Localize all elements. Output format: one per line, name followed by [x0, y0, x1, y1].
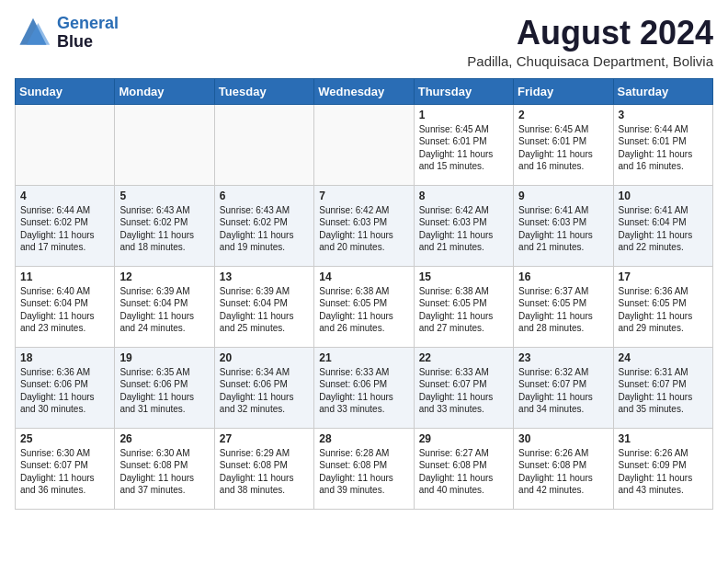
day-info: Sunrise: 6:36 AM Sunset: 6:05 PM Dayligh…	[619, 285, 708, 335]
month-year: August 2024	[467, 15, 713, 52]
day-number: 20	[220, 351, 309, 364]
logo: GeneralBlue	[15, 15, 119, 52]
day-info: Sunrise: 6:26 AM Sunset: 6:09 PM Dayligh…	[619, 447, 708, 497]
calendar-day-6: 6Sunrise: 6:43 AM Sunset: 6:02 PM Daylig…	[214, 185, 313, 266]
calendar-day-1: 1Sunrise: 6:45 AM Sunset: 6:01 PM Daylig…	[414, 104, 513, 185]
calendar-day-29: 29Sunrise: 6:27 AM Sunset: 6:08 PM Dayli…	[414, 428, 513, 509]
day-info: Sunrise: 6:38 AM Sunset: 6:05 PM Dayligh…	[419, 285, 508, 335]
calendar-day-18: 18Sunrise: 6:36 AM Sunset: 6:06 PM Dayli…	[16, 347, 115, 428]
day-number: 13	[220, 270, 309, 283]
calendar-empty	[314, 104, 414, 185]
location: Padilla, Chuquisaca Department, Bolivia	[467, 53, 713, 69]
day-number: 18	[20, 351, 109, 364]
day-info: Sunrise: 6:37 AM Sunset: 6:05 PM Dayligh…	[518, 285, 608, 335]
day-number: 22	[419, 351, 508, 364]
day-info: Sunrise: 6:32 AM Sunset: 6:07 PM Dayligh…	[518, 366, 608, 416]
calendar-empty	[16, 104, 115, 185]
day-info: Sunrise: 6:45 AM Sunset: 6:01 PM Dayligh…	[419, 123, 508, 173]
logo-text: GeneralBlue	[57, 15, 119, 52]
day-info: Sunrise: 6:35 AM Sunset: 6:06 PM Dayligh…	[119, 366, 209, 416]
calendar-day-8: 8Sunrise: 6:42 AM Sunset: 6:03 PM Daylig…	[414, 185, 513, 266]
calendar-table: SundayMondayTuesdayWednesdayThursdayFrid…	[15, 78, 713, 510]
day-number: 1	[419, 109, 508, 121]
day-number: 2	[518, 109, 608, 121]
day-info: Sunrise: 6:30 AM Sunset: 6:08 PM Dayligh…	[119, 447, 209, 497]
calendar-empty	[115, 104, 214, 185]
day-number: 15	[419, 270, 508, 283]
calendar-day-13: 13Sunrise: 6:39 AM Sunset: 6:04 PM Dayli…	[214, 266, 313, 347]
weekday-header-sunday: Sunday	[16, 78, 115, 104]
day-number: 16	[518, 270, 608, 283]
weekday-header-tuesday: Tuesday	[214, 78, 313, 104]
calendar-day-17: 17Sunrise: 6:36 AM Sunset: 6:05 PM Dayli…	[613, 266, 712, 347]
calendar-day-30: 30Sunrise: 6:26 AM Sunset: 6:08 PM Dayli…	[514, 428, 613, 509]
day-number: 4	[20, 190, 109, 202]
logo-icon	[15, 15, 51, 52]
day-info: Sunrise: 6:26 AM Sunset: 6:08 PM Dayligh…	[518, 447, 608, 497]
day-info: Sunrise: 6:31 AM Sunset: 6:07 PM Dayligh…	[619, 366, 708, 416]
calendar-day-20: 20Sunrise: 6:34 AM Sunset: 6:06 PM Dayli…	[214, 347, 313, 428]
calendar-day-2: 2Sunrise: 6:45 AM Sunset: 6:01 PM Daylig…	[514, 104, 613, 185]
calendar-day-26: 26Sunrise: 6:30 AM Sunset: 6:08 PM Dayli…	[115, 428, 214, 509]
day-number: 25	[20, 432, 109, 445]
day-number: 21	[319, 351, 408, 364]
day-number: 14	[319, 270, 408, 283]
calendar-day-14: 14Sunrise: 6:38 AM Sunset: 6:05 PM Dayli…	[314, 266, 414, 347]
day-info: Sunrise: 6:42 AM Sunset: 6:03 PM Dayligh…	[419, 204, 508, 254]
day-number: 29	[419, 432, 508, 445]
calendar-week-5: 25Sunrise: 6:30 AM Sunset: 6:07 PM Dayli…	[16, 428, 713, 509]
page-header: GeneralBlue August 2024 Padilla, Chuquis…	[15, 15, 713, 69]
calendar-week-4: 18Sunrise: 6:36 AM Sunset: 6:06 PM Dayli…	[16, 347, 713, 428]
day-number: 10	[619, 190, 708, 202]
day-info: Sunrise: 6:41 AM Sunset: 6:04 PM Dayligh…	[619, 204, 708, 254]
calendar-day-3: 3Sunrise: 6:44 AM Sunset: 6:01 PM Daylig…	[613, 104, 712, 185]
calendar-day-9: 9Sunrise: 6:41 AM Sunset: 6:03 PM Daylig…	[514, 185, 613, 266]
calendar-week-2: 4Sunrise: 6:44 AM Sunset: 6:02 PM Daylig…	[16, 185, 713, 266]
day-number: 24	[619, 351, 708, 364]
day-number: 11	[20, 270, 109, 283]
weekday-header-row: SundayMondayTuesdayWednesdayThursdayFrid…	[16, 78, 713, 104]
day-number: 9	[518, 190, 608, 202]
day-info: Sunrise: 6:36 AM Sunset: 6:06 PM Dayligh…	[20, 366, 109, 416]
day-number: 12	[119, 270, 209, 283]
weekday-header-wednesday: Wednesday	[314, 78, 414, 104]
weekday-header-monday: Monday	[115, 78, 214, 104]
calendar-day-11: 11Sunrise: 6:40 AM Sunset: 6:04 PM Dayli…	[16, 266, 115, 347]
calendar-day-23: 23Sunrise: 6:32 AM Sunset: 6:07 PM Dayli…	[514, 347, 613, 428]
day-number: 27	[220, 432, 309, 445]
weekday-header-thursday: Thursday	[414, 78, 513, 104]
calendar-empty	[214, 104, 313, 185]
day-info: Sunrise: 6:43 AM Sunset: 6:02 PM Dayligh…	[220, 204, 309, 254]
calendar-day-16: 16Sunrise: 6:37 AM Sunset: 6:05 PM Dayli…	[514, 266, 613, 347]
day-number: 7	[319, 190, 408, 202]
day-number: 6	[220, 190, 309, 202]
day-info: Sunrise: 6:39 AM Sunset: 6:04 PM Dayligh…	[119, 285, 209, 335]
day-info: Sunrise: 6:34 AM Sunset: 6:06 PM Dayligh…	[220, 366, 309, 416]
calendar-day-21: 21Sunrise: 6:33 AM Sunset: 6:06 PM Dayli…	[314, 347, 414, 428]
day-number: 5	[119, 190, 209, 202]
day-number: 19	[119, 351, 209, 364]
day-info: Sunrise: 6:43 AM Sunset: 6:02 PM Dayligh…	[119, 204, 209, 254]
day-info: Sunrise: 6:40 AM Sunset: 6:04 PM Dayligh…	[20, 285, 109, 335]
day-number: 26	[119, 432, 209, 445]
calendar-day-27: 27Sunrise: 6:29 AM Sunset: 6:08 PM Dayli…	[214, 428, 313, 509]
calendar-week-1: 1Sunrise: 6:45 AM Sunset: 6:01 PM Daylig…	[16, 104, 713, 185]
day-number: 8	[419, 190, 508, 202]
calendar-week-3: 11Sunrise: 6:40 AM Sunset: 6:04 PM Dayli…	[16, 266, 713, 347]
weekday-header-friday: Friday	[514, 78, 613, 104]
calendar-day-12: 12Sunrise: 6:39 AM Sunset: 6:04 PM Dayli…	[115, 266, 214, 347]
day-number: 28	[319, 432, 408, 445]
day-info: Sunrise: 6:45 AM Sunset: 6:01 PM Dayligh…	[518, 123, 608, 173]
day-number: 17	[619, 270, 708, 283]
calendar-day-4: 4Sunrise: 6:44 AM Sunset: 6:02 PM Daylig…	[16, 185, 115, 266]
weekday-header-saturday: Saturday	[613, 78, 712, 104]
calendar-day-10: 10Sunrise: 6:41 AM Sunset: 6:04 PM Dayli…	[613, 185, 712, 266]
day-info: Sunrise: 6:42 AM Sunset: 6:03 PM Dayligh…	[319, 204, 408, 254]
day-info: Sunrise: 6:30 AM Sunset: 6:07 PM Dayligh…	[20, 447, 109, 497]
calendar-day-7: 7Sunrise: 6:42 AM Sunset: 6:03 PM Daylig…	[314, 185, 414, 266]
calendar-day-25: 25Sunrise: 6:30 AM Sunset: 6:07 PM Dayli…	[16, 428, 115, 509]
calendar-day-5: 5Sunrise: 6:43 AM Sunset: 6:02 PM Daylig…	[115, 185, 214, 266]
day-info: Sunrise: 6:29 AM Sunset: 6:08 PM Dayligh…	[220, 447, 309, 497]
calendar-day-24: 24Sunrise: 6:31 AM Sunset: 6:07 PM Dayli…	[613, 347, 712, 428]
day-info: Sunrise: 6:44 AM Sunset: 6:01 PM Dayligh…	[619, 123, 708, 173]
